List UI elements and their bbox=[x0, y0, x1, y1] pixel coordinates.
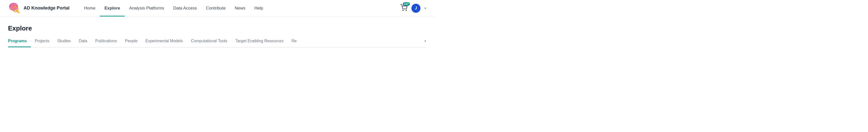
nav-item-contribute[interactable]: Contribute bbox=[202, 0, 230, 16]
tab-target-enabling-resources[interactable]: Target Enabling Resources bbox=[231, 39, 287, 47]
explore-title: Explore bbox=[8, 25, 426, 32]
svg-point-4 bbox=[403, 10, 403, 10]
nav-item-data-access[interactable]: Data Access bbox=[169, 0, 202, 16]
tab-data[interactable]: Data bbox=[75, 39, 91, 47]
nav-item-home[interactable]: Home bbox=[80, 0, 100, 16]
nav-item-explore[interactable]: Explore bbox=[100, 0, 124, 16]
logo-link[interactable]: AD Knowledge Portal bbox=[8, 2, 69, 15]
nav-links: Home Explore Analysis Platforms Data Acc… bbox=[80, 0, 400, 16]
logo-icon bbox=[8, 2, 21, 15]
tab-publications[interactable]: Publications bbox=[91, 39, 121, 47]
tab-experimental-models[interactable]: Experimental Models bbox=[142, 39, 187, 47]
logo-text: AD Knowledge Portal bbox=[24, 5, 69, 11]
tab-computational-tools[interactable]: Computational Tools bbox=[187, 39, 231, 47]
nav-item-help[interactable]: Help bbox=[250, 0, 268, 16]
tab-projects[interactable]: Projects bbox=[31, 39, 54, 47]
tab-studies[interactable]: Studies bbox=[54, 39, 75, 47]
tab-re[interactable]: Re bbox=[287, 39, 301, 47]
nav-item-analysis-platforms[interactable]: Analysis Platforms bbox=[125, 0, 169, 16]
tab-programs[interactable]: Programs bbox=[8, 39, 31, 47]
tab-people[interactable]: People bbox=[121, 39, 142, 47]
user-avatar[interactable]: J bbox=[411, 4, 421, 13]
navbar: AD Knowledge Portal Home Explore Analysi… bbox=[0, 0, 434, 16]
sub-tabs: Programs Projects Studies Data Publicati… bbox=[8, 38, 426, 47]
nav-right: 147 J ▾ bbox=[400, 4, 426, 13]
svg-point-5 bbox=[406, 10, 406, 10]
cart-badge: 147 bbox=[403, 2, 410, 6]
cart-button[interactable]: 147 bbox=[400, 4, 407, 12]
nav-item-news[interactable]: News bbox=[230, 0, 250, 16]
scroll-next-button[interactable]: › bbox=[425, 38, 426, 47]
explore-section: Explore Programs Projects Studies Data P… bbox=[0, 16, 434, 47]
user-dropdown-arrow[interactable]: ▾ bbox=[425, 6, 426, 10]
